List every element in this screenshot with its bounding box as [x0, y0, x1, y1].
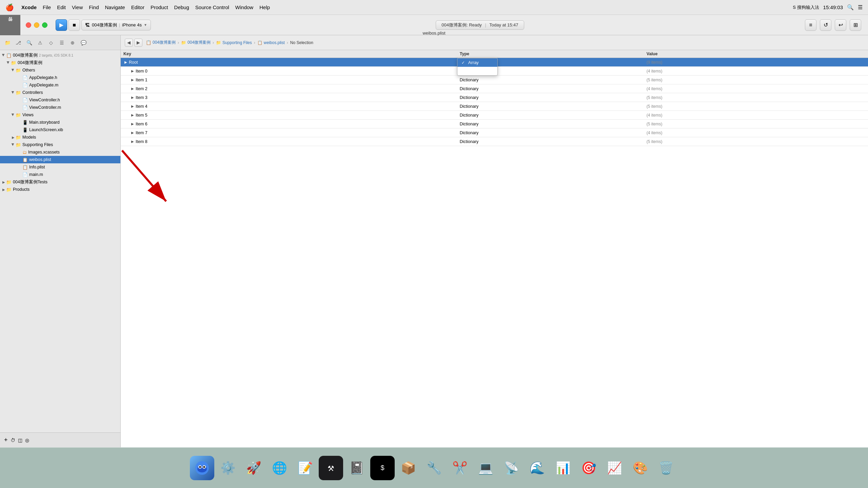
- filter-button[interactable]: ◫: [18, 438, 22, 443]
- file-appdelegate-m[interactable]: ▶ 📄 AppDelegate.m: [0, 81, 120, 89]
- dock-notes[interactable]: 📝: [293, 456, 317, 480]
- file-weibos-plist[interactable]: ▶ 📋 weibos.plist: [0, 156, 120, 163]
- test-icon-btn[interactable]: ◇: [46, 38, 56, 47]
- plist-row-item6[interactable]: ▶ Item 6 Dictionary (5 items): [121, 120, 868, 128]
- dock-app9[interactable]: 🎨: [628, 456, 652, 480]
- file-viewcontroller-m[interactable]: ▶ 📄 ViewController.m: [0, 104, 120, 111]
- plist-row-item1[interactable]: ▶ Item 1 Dictionary (5 items): [121, 76, 868, 84]
- expand-item7[interactable]: ▶: [130, 130, 135, 135]
- type-cell-root[interactable]: Array ✓ Array Dictionary: [457, 58, 644, 67]
- git-icon-btn[interactable]: ⊕: [68, 38, 77, 47]
- search-icon-btn[interactable]: 🔍: [24, 38, 34, 47]
- tree-controllers[interactable]: ▶ 📁 Controllers: [0, 89, 120, 96]
- breadcrumb-project[interactable]: 004微博案例: [153, 40, 176, 45]
- list-icon-btn[interactable]: ☰: [57, 38, 66, 47]
- plist-row-item4[interactable]: ▶ Item 4 Dictionary (5 items): [121, 102, 868, 111]
- close-button[interactable]: [26, 22, 31, 28]
- plist-row-root[interactable]: ▶ Root Array ✓ Array: [121, 58, 868, 67]
- minimize-button[interactable]: [34, 22, 39, 28]
- tree-models[interactable]: ▶ 📁 Models: [0, 134, 120, 141]
- file-main-storyboard[interactable]: ▶ 📱 Main.storyboard: [0, 119, 120, 126]
- dropdown-array[interactable]: ✓ Array: [457, 58, 497, 67]
- expand-item6[interactable]: ▶: [130, 122, 135, 126]
- tree-others[interactable]: ▶ 📁 Others: [0, 66, 120, 74]
- locate-button[interactable]: ◎: [25, 438, 29, 443]
- navigator-toggle[interactable]: ≡: [805, 19, 816, 31]
- expand-item0[interactable]: ▶: [130, 69, 135, 74]
- plist-row-item3[interactable]: ▶ Item 3 Dictionary (5 items): [121, 93, 868, 102]
- tree-supporting-files[interactable]: ▶ 📁 Supporting Files: [0, 141, 120, 148]
- file-appdelegate-h[interactable]: ▶ 📄 AppDelegate.h: [0, 74, 120, 81]
- expand-item2[interactable]: ▶: [130, 86, 135, 91]
- return-icon[interactable]: ↩: [835, 19, 846, 31]
- menu-product[interactable]: Product: [151, 4, 168, 10]
- menu-navigate[interactable]: Navigate: [105, 4, 125, 10]
- dock-system-prefs[interactable]: ⚙️: [216, 456, 240, 480]
- forward-button[interactable]: ▶: [134, 39, 142, 47]
- back-button[interactable]: ◀: [125, 39, 133, 47]
- dock-app2[interactable]: 🔧: [422, 456, 446, 480]
- tree-products[interactable]: ▶ 📁 Products: [0, 186, 120, 193]
- view-split-icon[interactable]: ⊞: [850, 19, 861, 31]
- dock-launchpad[interactable]: 🚀: [241, 456, 266, 480]
- chat-icon-btn[interactable]: 💬: [79, 38, 88, 47]
- dock-app5[interactable]: 🌊: [525, 456, 549, 480]
- menu-editor[interactable]: Editor: [131, 4, 144, 10]
- file-info-plist[interactable]: ▶ 📋 Info.plist: [0, 163, 120, 171]
- plist-row-item5[interactable]: ▶ Item 5 Dictionary (4 items): [121, 111, 868, 120]
- maximize-button[interactable]: [42, 22, 47, 28]
- plist-row-item7[interactable]: ▶ Item 7 Dictionary (4 items): [121, 128, 868, 137]
- tree-tests[interactable]: ▶ 📁 004微博案例Tests: [0, 178, 120, 186]
- dock-app3[interactable]: ✂️: [448, 456, 472, 480]
- dock-onenote[interactable]: 📓: [344, 456, 369, 480]
- menu-xcode[interactable]: Xcode: [21, 4, 37, 10]
- expand-item8[interactable]: ▶: [130, 139, 135, 144]
- dock-terminal[interactable]: $: [370, 456, 395, 480]
- dock-app1[interactable]: 📦: [396, 456, 420, 480]
- scheme-selector[interactable]: 🏗 004微博案例 | iPhone 4s ▼: [81, 20, 151, 30]
- warning-icon-btn[interactable]: ⚠: [35, 38, 45, 47]
- menu-view[interactable]: View: [72, 4, 83, 10]
- menu-find[interactable]: Find: [89, 4, 99, 10]
- expand-root[interactable]: ▶: [123, 60, 128, 65]
- plist-row-item8[interactable]: ▶ Item 8 Dictionary (5 items): [121, 137, 868, 146]
- source-icon-btn[interactable]: ⎇: [14, 38, 23, 47]
- add-button[interactable]: +: [4, 436, 8, 444]
- dropdown-dictionary[interactable]: Dictionary: [457, 67, 497, 75]
- search-icon[interactable]: 🔍: [847, 4, 854, 11]
- run-button[interactable]: ▶: [56, 19, 67, 31]
- dock-app7[interactable]: 🎯: [576, 456, 601, 480]
- type-dropdown[interactable]: ✓ Array Dictionary: [457, 58, 498, 76]
- file-launchscreen-xib[interactable]: ▶ 📱 LaunchScreen.xib: [0, 126, 120, 134]
- tree-views[interactable]: ▶ 📁 Views: [0, 111, 120, 119]
- menu-file[interactable]: File: [43, 4, 51, 10]
- apple-menu[interactable]: 🍎: [5, 3, 14, 12]
- plist-row-item2[interactable]: ▶ Item 2 Dictionary (4 items): [121, 84, 868, 93]
- history-button[interactable]: ⏱: [11, 438, 15, 443]
- project-root[interactable]: ▶ 📋 004微博案例 2 targets, iOS SDK 8.1: [0, 52, 120, 59]
- breadcrumb-file[interactable]: weibos.plist: [264, 40, 285, 45]
- tree-group-main[interactable]: ▶ 📁 004微博案例: [0, 59, 120, 66]
- menu-help[interactable]: Help: [259, 4, 270, 10]
- file-main-m[interactable]: ▶ 📄 main.m: [0, 171, 120, 178]
- dock-app8[interactable]: 📈: [602, 456, 627, 480]
- dock-safari[interactable]: 🌐: [267, 456, 292, 480]
- dock-app6[interactable]: 📊: [551, 456, 575, 480]
- folder-icon-btn[interactable]: 📁: [3, 38, 12, 47]
- menu-edit[interactable]: Edit: [57, 4, 66, 10]
- expand-item3[interactable]: ▶: [130, 95, 135, 100]
- expand-item1[interactable]: ▶: [130, 78, 135, 82]
- dock-app4[interactable]: 💻: [473, 456, 498, 480]
- menu-source-control[interactable]: Source Control: [195, 4, 229, 10]
- file-viewcontroller-h[interactable]: ▶ 📄 ViewController.h: [0, 96, 120, 104]
- menu-debug[interactable]: Debug: [174, 4, 189, 10]
- menu-window[interactable]: Window: [235, 4, 253, 10]
- file-images-xcassets[interactable]: ▶ 🗂 Images.xcassets: [0, 148, 120, 156]
- dock-finder[interactable]: [190, 456, 214, 480]
- expand-item4[interactable]: ▶: [130, 104, 135, 109]
- expand-item5[interactable]: ▶: [130, 113, 135, 118]
- breadcrumb-supporting[interactable]: Supporting Files: [222, 40, 252, 45]
- stop-button[interactable]: ■: [68, 19, 80, 31]
- notification-icon[interactable]: ☰: [858, 4, 863, 11]
- dock-trash[interactable]: 🗑️: [654, 456, 678, 480]
